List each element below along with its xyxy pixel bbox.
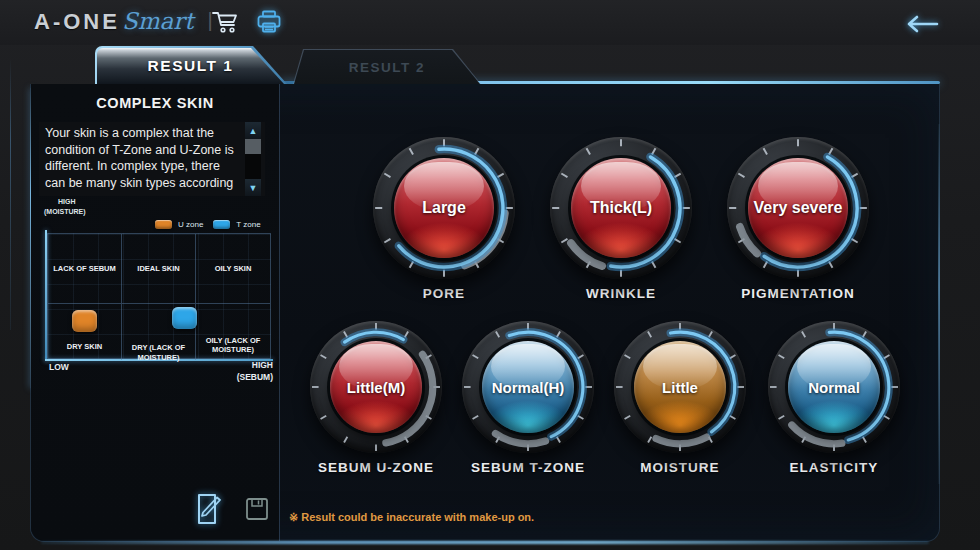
back-button[interactable]: [898, 8, 944, 40]
chart-legend: U zone T zone: [155, 220, 265, 229]
report-edit-button[interactable]: [194, 493, 224, 528]
skin-type-title: COMPLEX SKIN: [31, 95, 279, 111]
u-zone-legend-label: U zone: [178, 220, 203, 229]
u-zone-legend-swatch: [155, 220, 172, 229]
left-panel: COMPLEX SKIN Your skin is a complex that…: [31, 84, 279, 541]
x-axis-high-label: HIGH: [31, 360, 273, 370]
panel-divider: [279, 84, 280, 541]
cart-button[interactable]: [208, 6, 242, 38]
scrollbar-track[interactable]: [245, 154, 261, 179]
description-scrollbar: ▲ ▼: [245, 122, 261, 196]
main-panel: COMPLEX SKIN Your skin is a complex that…: [30, 84, 940, 542]
gauge-label: SEBUM U-ZONE: [310, 460, 442, 475]
cart-icon: [211, 9, 239, 35]
pore-gauge[interactable]: Large: [373, 137, 515, 279]
tab-result-1-face: RESULT 1: [97, 48, 284, 84]
tab-result-1[interactable]: RESULT 1: [95, 46, 287, 84]
gauge-label: ELASTICITY: [768, 460, 900, 475]
scroll-down-button[interactable]: ▼: [245, 179, 261, 196]
brand-text: A-ONE: [34, 9, 120, 35]
brand-logo: A-ONE Smart |: [34, 8, 213, 35]
sebum-u-zone-gauge[interactable]: Little(M): [310, 321, 442, 453]
sebum-t-zone-gauge[interactable]: Normal(H): [462, 321, 594, 453]
report-edit-icon: [194, 493, 224, 525]
elasticity-gauge[interactable]: Normal: [768, 321, 900, 453]
chart-cell: IDEAL SKIN: [122, 234, 196, 304]
u-zone-marker: [72, 310, 97, 332]
gauge-button-face: [748, 158, 847, 257]
y-axis-moisture-label: (MOISTURE): [44, 208, 86, 215]
wrinkle-gauge[interactable]: Thick(L): [550, 137, 692, 279]
gauge-button-face: [634, 341, 726, 433]
top-bar: A-ONE Smart |: [0, 0, 980, 45]
moisture-gauge[interactable]: Little: [614, 321, 746, 453]
gauge-label: SEBUM T-ZONE: [462, 460, 594, 475]
print-button[interactable]: [252, 6, 286, 38]
panel-right-glow: [938, 124, 940, 484]
tab-result-2-label: RESULT 2: [349, 60, 425, 75]
t-zone-marker: [172, 307, 197, 329]
app-screen: A-ONE Smart |: [0, 0, 980, 550]
skin-type-chart: HIGH (MOISTURE) U zone T zone LACK OF SE…: [31, 196, 279, 396]
t-zone-legend-swatch: [213, 220, 230, 229]
makeup-note: ※ Result could be inaccurate with make-u…: [289, 511, 534, 524]
x-axis-sebum-label: (SEBUM): [31, 372, 273, 382]
left-panel-actions: [31, 493, 279, 531]
gauge-button-face: [571, 158, 670, 257]
gauge-button-face: [482, 341, 574, 433]
pigmentation-gauge[interactable]: Very severe: [727, 137, 869, 279]
tab-result-2[interactable]: RESULT 2: [293, 49, 481, 84]
gauge-button-face: [394, 158, 493, 257]
chart-cell: OILY SKIN: [196, 234, 270, 304]
save-button[interactable]: [245, 497, 269, 524]
gauge-label: WRINKLE: [550, 286, 692, 301]
description-text: Your skin is a complex that the conditio…: [39, 122, 245, 196]
tab-result-1-label: RESULT 1: [148, 57, 234, 75]
skin-grid: LACK OF SEBUM IDEAL SKIN OILY SKIN DRY S…: [47, 233, 271, 359]
brand-script-text: Smart: [122, 8, 194, 34]
chart-cell: LACK OF SEBUM: [48, 234, 122, 304]
scrollbar-thumb[interactable]: [245, 139, 261, 154]
printer-icon: [255, 9, 283, 35]
scroll-up-button[interactable]: ▲: [245, 122, 261, 139]
y-axis-high-label: HIGH: [58, 198, 76, 205]
t-zone-legend-label: T zone: [236, 220, 260, 229]
left-accent-line: [10, 58, 11, 330]
tab-result-2-face: RESULT 2: [294, 50, 480, 84]
gauge-label: MOISTURE: [614, 460, 746, 475]
chart-cell: OILY (LACK OF MOISTURE): [196, 304, 270, 360]
back-arrow-icon: [901, 13, 941, 35]
gauge-button-face: [788, 341, 880, 433]
save-icon: [245, 497, 269, 521]
gauge-label: PIGMENTATION: [727, 286, 869, 301]
gauge-label: PORE: [373, 286, 515, 301]
description-box: Your skin is a complex that the conditio…: [39, 122, 265, 196]
gauge-button-face: [330, 341, 422, 433]
